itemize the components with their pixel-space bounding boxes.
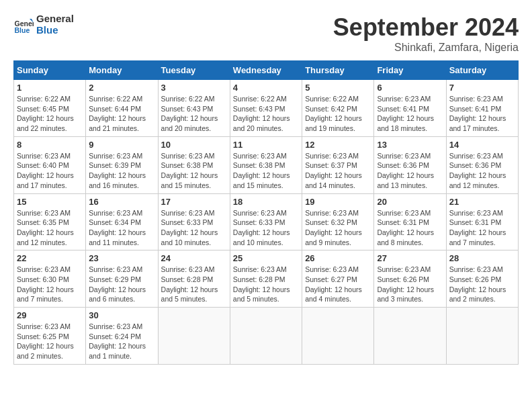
calendar-cell: 30Sunrise: 6:23 AM Sunset: 6:24 PM Dayli… <box>86 308 158 365</box>
calendar-cell: 10Sunrise: 6:23 AM Sunset: 6:38 PM Dayli… <box>158 136 230 193</box>
day-number: 21 <box>449 197 515 207</box>
day-info: Sunrise: 6:23 AM Sunset: 6:30 PM Dayligh… <box>17 265 83 304</box>
weekday-header: Friday <box>374 61 446 80</box>
weekday-header: Thursday <box>302 61 374 80</box>
day-number: 3 <box>161 83 227 93</box>
calendar-cell: 2Sunrise: 6:22 AM Sunset: 6:44 PM Daylig… <box>86 80 158 137</box>
day-info: Sunrise: 6:22 AM Sunset: 6:45 PM Dayligh… <box>17 94 83 134</box>
calendar-cell: 1Sunrise: 6:22 AM Sunset: 6:45 PM Daylig… <box>14 80 86 137</box>
day-number: 30 <box>89 310 154 320</box>
calendar-cell <box>374 308 446 365</box>
weekday-header: Sunday <box>14 61 86 80</box>
calendar-cell: 6Sunrise: 6:23 AM Sunset: 6:41 PM Daylig… <box>374 80 446 137</box>
day-info: Sunrise: 6:23 AM Sunset: 6:24 PM Dayligh… <box>89 322 154 361</box>
weekday-header-row: SundayMondayTuesdayWednesdayThursdayFrid… <box>14 61 519 80</box>
calendar-cell: 23Sunrise: 6:23 AM Sunset: 6:29 PM Dayli… <box>86 250 158 308</box>
day-info: Sunrise: 6:23 AM Sunset: 6:35 PM Dayligh… <box>17 208 83 248</box>
day-number: 8 <box>17 140 83 150</box>
calendar-cell: 18Sunrise: 6:23 AM Sunset: 6:33 PM Dayli… <box>230 193 302 250</box>
day-info: Sunrise: 6:22 AM Sunset: 6:43 PM Dayligh… <box>233 94 299 134</box>
day-info: Sunrise: 6:23 AM Sunset: 6:38 PM Dayligh… <box>161 151 227 191</box>
logo-icon: General Blue <box>13 15 34 35</box>
calendar-cell: 15Sunrise: 6:23 AM Sunset: 6:35 PM Dayli… <box>14 193 86 250</box>
day-info: Sunrise: 6:22 AM Sunset: 6:42 PM Dayligh… <box>305 94 371 134</box>
weekday-header: Tuesday <box>158 61 230 80</box>
calendar-cell: 28Sunrise: 6:23 AM Sunset: 6:26 PM Dayli… <box>446 250 518 308</box>
day-number: 28 <box>449 253 515 263</box>
day-number: 24 <box>161 253 227 263</box>
day-number: 23 <box>89 253 154 263</box>
weekday-header: Wednesday <box>230 61 302 80</box>
day-info: Sunrise: 6:23 AM Sunset: 6:36 PM Dayligh… <box>377 151 443 191</box>
day-number: 19 <box>305 197 371 207</box>
calendar-cell: 9Sunrise: 6:23 AM Sunset: 6:39 PM Daylig… <box>86 136 158 193</box>
calendar-cell: 27Sunrise: 6:23 AM Sunset: 6:26 PM Dayli… <box>374 250 446 308</box>
day-number: 1 <box>17 83 83 93</box>
day-info: Sunrise: 6:23 AM Sunset: 6:32 PM Dayligh… <box>305 208 371 248</box>
day-number: 22 <box>17 253 83 263</box>
weekday-header: Saturday <box>446 61 518 80</box>
calendar-cell: 21Sunrise: 6:23 AM Sunset: 6:31 PM Dayli… <box>446 193 518 250</box>
day-info: Sunrise: 6:23 AM Sunset: 6:41 PM Dayligh… <box>449 94 515 134</box>
calendar-cell: 17Sunrise: 6:23 AM Sunset: 6:33 PM Dayli… <box>158 193 230 250</box>
calendar-table: SundayMondayTuesdayWednesdayThursdayFrid… <box>13 60 519 365</box>
day-number: 10 <box>161 140 227 150</box>
day-number: 18 <box>233 197 299 207</box>
page-header: General Blue General Blue September 2024… <box>13 13 519 54</box>
day-number: 16 <box>89 197 154 207</box>
calendar-cell: 5Sunrise: 6:22 AM Sunset: 6:42 PM Daylig… <box>302 80 374 137</box>
day-info: Sunrise: 6:23 AM Sunset: 6:33 PM Dayligh… <box>161 208 227 248</box>
calendar-cell: 16Sunrise: 6:23 AM Sunset: 6:34 PM Dayli… <box>86 193 158 250</box>
calendar-cell: 8Sunrise: 6:23 AM Sunset: 6:40 PM Daylig… <box>14 136 86 193</box>
day-number: 12 <box>305 140 371 150</box>
day-info: Sunrise: 6:23 AM Sunset: 6:31 PM Dayligh… <box>377 208 443 248</box>
day-number: 17 <box>161 197 227 207</box>
day-info: Sunrise: 6:23 AM Sunset: 6:37 PM Dayligh… <box>305 151 371 191</box>
day-info: Sunrise: 6:23 AM Sunset: 6:31 PM Dayligh… <box>449 208 515 248</box>
svg-text:Blue: Blue <box>15 26 30 34</box>
calendar-cell: 20Sunrise: 6:23 AM Sunset: 6:31 PM Dayli… <box>374 193 446 250</box>
calendar-cell: 3Sunrise: 6:22 AM Sunset: 6:43 PM Daylig… <box>158 80 230 137</box>
day-number: 11 <box>233 140 299 150</box>
day-number: 26 <box>305 253 371 263</box>
calendar-cell: 22Sunrise: 6:23 AM Sunset: 6:30 PM Dayli… <box>14 250 86 308</box>
calendar-cell <box>158 308 230 365</box>
day-number: 13 <box>377 140 443 150</box>
calendar-cell: 29Sunrise: 6:23 AM Sunset: 6:25 PM Dayli… <box>14 308 86 365</box>
calendar-cell: 11Sunrise: 6:23 AM Sunset: 6:38 PM Dayli… <box>230 136 302 193</box>
calendar-cell: 14Sunrise: 6:23 AM Sunset: 6:36 PM Dayli… <box>446 136 518 193</box>
weekday-header: Monday <box>86 61 158 80</box>
day-number: 9 <box>89 140 154 150</box>
day-info: Sunrise: 6:22 AM Sunset: 6:43 PM Dayligh… <box>161 94 227 134</box>
calendar-cell: 19Sunrise: 6:23 AM Sunset: 6:32 PM Dayli… <box>302 193 374 250</box>
calendar-cell <box>446 308 518 365</box>
calendar-cell: 7Sunrise: 6:23 AM Sunset: 6:41 PM Daylig… <box>446 80 518 137</box>
day-info: Sunrise: 6:23 AM Sunset: 6:26 PM Dayligh… <box>449 265 515 304</box>
calendar-cell <box>302 308 374 365</box>
calendar-cell: 4Sunrise: 6:22 AM Sunset: 6:43 PM Daylig… <box>230 80 302 137</box>
calendar-cell: 13Sunrise: 6:23 AM Sunset: 6:36 PM Dayli… <box>374 136 446 193</box>
day-number: 6 <box>377 83 443 93</box>
day-info: Sunrise: 6:23 AM Sunset: 6:36 PM Dayligh… <box>449 151 515 191</box>
calendar-cell <box>230 308 302 365</box>
day-info: Sunrise: 6:22 AM Sunset: 6:44 PM Dayligh… <box>89 94 154 134</box>
day-number: 5 <box>305 83 371 93</box>
calendar-cell: 26Sunrise: 6:23 AM Sunset: 6:27 PM Dayli… <box>302 250 374 308</box>
calendar-cell: 12Sunrise: 6:23 AM Sunset: 6:37 PM Dayli… <box>302 136 374 193</box>
day-number: 14 <box>449 140 515 150</box>
day-info: Sunrise: 6:23 AM Sunset: 6:34 PM Dayligh… <box>89 208 154 248</box>
logo-line2: Blue <box>36 25 74 36</box>
day-number: 27 <box>377 253 443 263</box>
day-number: 7 <box>449 83 515 93</box>
day-info: Sunrise: 6:23 AM Sunset: 6:39 PM Dayligh… <box>89 151 154 191</box>
day-info: Sunrise: 6:23 AM Sunset: 6:41 PM Dayligh… <box>377 94 443 134</box>
day-number: 4 <box>233 83 299 93</box>
day-number: 25 <box>233 253 299 263</box>
day-info: Sunrise: 6:23 AM Sunset: 6:40 PM Dayligh… <box>17 151 83 191</box>
day-number: 20 <box>377 197 443 207</box>
day-number: 2 <box>89 83 154 93</box>
title-area: September 2024 Shinkafi, Zamfara, Nigeri… <box>333 13 519 54</box>
day-info: Sunrise: 6:23 AM Sunset: 6:28 PM Dayligh… <box>161 265 227 304</box>
day-info: Sunrise: 6:23 AM Sunset: 6:26 PM Dayligh… <box>377 265 443 304</box>
day-number: 29 <box>17 310 83 320</box>
